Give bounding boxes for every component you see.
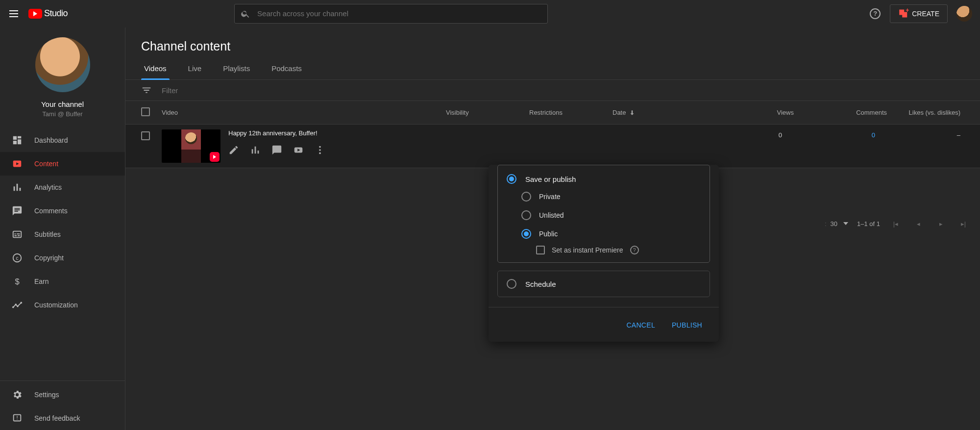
svg-point-13 xyxy=(319,149,321,151)
logo-text: Studio xyxy=(44,8,68,19)
col-restrictions: Restrictions xyxy=(529,109,612,116)
svg-point-8 xyxy=(20,302,22,304)
nav-label: Content xyxy=(34,160,58,168)
svg-point-12 xyxy=(319,146,321,148)
create-button[interactable]: CREATE xyxy=(890,4,948,23)
edit-button[interactable] xyxy=(228,145,239,155)
cell-comments-link[interactable]: 0 xyxy=(872,131,875,139)
col-likes: Likes (vs. dislikes) xyxy=(887,109,964,116)
channel-avatar[interactable] xyxy=(35,37,90,92)
schedule-option[interactable]: Schedule xyxy=(507,279,701,289)
shorts-badge-icon xyxy=(210,152,220,162)
menu-button[interactable] xyxy=(8,8,20,20)
tab-live[interactable]: Live xyxy=(185,57,205,79)
nav-label: Send feedback xyxy=(34,414,80,422)
nav-subtitles[interactable]: Subtitles xyxy=(0,223,125,246)
analytics-icon xyxy=(12,182,23,193)
nav-comments[interactable]: Comments xyxy=(0,199,125,223)
tab-podcasts[interactable]: Podcasts xyxy=(269,57,305,79)
col-views: Views xyxy=(701,109,794,116)
comments-button[interactable] xyxy=(271,145,282,155)
private-option[interactable]: Private xyxy=(521,192,701,202)
cancel-button[interactable]: CANCEL xyxy=(620,317,661,333)
save-or-publish-label: Save or publish xyxy=(525,175,576,183)
cell-views: 0 xyxy=(689,129,782,139)
public-option[interactable]: Public xyxy=(521,229,701,239)
save-or-publish-option[interactable]: Save or publish xyxy=(507,174,701,184)
search-icon xyxy=(241,9,250,19)
nav-label: Customization xyxy=(34,301,78,309)
filter-input[interactable] xyxy=(162,86,964,95)
dashboard-icon xyxy=(12,135,23,146)
nav-label: Analytics xyxy=(34,183,62,191)
svg-point-14 xyxy=(319,152,321,154)
nav-settings[interactable]: Settings xyxy=(0,383,125,406)
premiere-help-icon[interactable]: ? xyxy=(630,246,639,254)
schedule-label: Schedule xyxy=(525,280,556,288)
col-visibility: Visibility xyxy=(446,109,529,116)
next-page-button[interactable]: ▸ xyxy=(934,217,948,230)
settings-icon xyxy=(12,389,23,400)
first-page-button[interactable]: |◂ xyxy=(889,217,903,230)
nav-content[interactable]: Content xyxy=(0,152,125,176)
video-row: Happy 12th anniversary, Buffer! 0 0 – xyxy=(125,125,980,168)
prev-page-button[interactable]: ◂ xyxy=(911,217,925,230)
content-icon xyxy=(12,158,23,169)
col-comments: Comments xyxy=(794,109,887,116)
nav-send-feedback[interactable]: ! Send feedback xyxy=(0,406,125,430)
analytics-button[interactable] xyxy=(250,145,261,155)
nav-label: Earn xyxy=(34,278,49,285)
nav-label: Comments xyxy=(34,207,68,215)
channel-name: Tami @ Buffer xyxy=(42,110,82,118)
more-options-button[interactable] xyxy=(315,145,325,155)
cell-likes: – xyxy=(875,129,964,139)
youtube-icon xyxy=(28,9,42,19)
tab-videos[interactable]: Videos xyxy=(141,57,170,79)
col-date-label: Date xyxy=(612,109,626,116)
page-title: Channel content xyxy=(125,27,980,57)
search-bar[interactable] xyxy=(234,4,548,24)
tab-playlists[interactable]: Playlists xyxy=(220,57,253,79)
video-title[interactable]: Happy 12th anniversary, Buffer! xyxy=(228,129,434,137)
svg-point-5 xyxy=(12,306,14,308)
premiere-checkbox[interactable] xyxy=(536,246,545,254)
nav-copyright[interactable]: c Copyright xyxy=(0,246,125,270)
nav-earn[interactable]: $ Earn xyxy=(0,270,125,293)
unlisted-option[interactable]: Unlisted xyxy=(521,210,701,220)
svg-text:$: $ xyxy=(15,277,19,286)
dropdown-icon[interactable] xyxy=(843,222,848,225)
video-thumbnail[interactable] xyxy=(162,129,220,163)
col-video: Video xyxy=(162,109,446,116)
visibility-popup: Save or publish Private Unlisted Public xyxy=(489,165,719,342)
nav-label: Subtitles xyxy=(34,230,61,238)
svg-text:!: ! xyxy=(16,415,18,421)
nav-label: Settings xyxy=(34,391,59,399)
create-icon xyxy=(898,9,908,19)
your-channel-label: Your channel xyxy=(41,100,84,108)
nav-customization[interactable]: Customization xyxy=(0,293,125,317)
create-label: CREATE xyxy=(912,10,939,18)
row-checkbox[interactable] xyxy=(141,131,150,140)
rows-per-page-value[interactable]: 30 xyxy=(831,220,837,228)
logo[interactable]: Studio xyxy=(28,8,68,19)
premiere-label: Set as instant Premiere xyxy=(552,246,623,254)
public-label: Public xyxy=(539,230,558,238)
last-page-button[interactable]: ▸| xyxy=(956,217,970,230)
publish-button[interactable]: PUBLISH xyxy=(666,317,708,333)
nav-label: Dashboard xyxy=(34,136,68,144)
nav-label: Copyright xyxy=(34,254,64,262)
help-button[interactable]: ? xyxy=(865,4,885,24)
nav-analytics[interactable]: Analytics xyxy=(0,176,125,199)
nav-dashboard[interactable]: Dashboard xyxy=(0,128,125,152)
private-label: Private xyxy=(539,193,561,201)
account-avatar[interactable] xyxy=(956,6,972,22)
copyright-icon: c xyxy=(12,253,23,263)
select-all-checkbox[interactable] xyxy=(141,107,150,116)
search-input[interactable] xyxy=(257,9,541,18)
filter-icon[interactable] xyxy=(141,85,152,96)
watch-on-youtube-button[interactable] xyxy=(293,145,304,155)
pagination-range: 1–1 of 1 xyxy=(857,220,880,228)
svg-point-7 xyxy=(17,305,19,307)
col-date[interactable]: Date xyxy=(612,109,701,116)
svg-point-6 xyxy=(15,304,17,305)
